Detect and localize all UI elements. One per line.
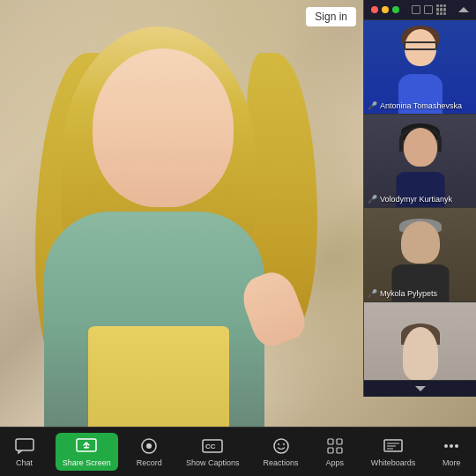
record-icon (140, 437, 158, 455)
svg-point-9 (283, 443, 285, 445)
svg-point-7 (274, 439, 288, 453)
apps-icon (326, 437, 344, 455)
face (93, 48, 234, 207)
reactions-icon-container (269, 436, 294, 456)
apps-icon-container (323, 436, 347, 456)
more-dot-1 (444, 444, 448, 448)
participant-tile-3: 🎤 Mykola Pylypets (364, 208, 476, 302)
tile-4-face (403, 327, 438, 380)
chat-icon-container (12, 436, 37, 456)
panel-window-controls (364, 0, 476, 20)
toolbar-item-more[interactable]: More (434, 433, 469, 471)
share-screen-icon (76, 438, 97, 454)
tile-2-face (404, 128, 437, 167)
tile-3-mute-icon: 🎤 (368, 289, 377, 298)
cc-icon-container: CC (200, 436, 225, 456)
tile-1-background (364, 20, 476, 114)
svg-rect-10 (328, 439, 333, 444)
more-dot-2 (450, 444, 453, 448)
svg-rect-13 (337, 448, 342, 453)
more-dot-3 (455, 444, 458, 448)
svg-rect-0 (16, 439, 33, 450)
svg-rect-11 (337, 439, 342, 444)
whiteboards-icon-container (381, 436, 405, 456)
participant-tile-1: 🎤 Antonina Tomashevska (364, 20, 476, 115)
tile-3-name-text: Mykola Pylypets (380, 289, 437, 298)
tile-3-background (364, 208, 476, 301)
view-toggle-icons (412, 4, 447, 15)
split-view-icon[interactable] (424, 5, 433, 14)
tile-3-name-bar: 🎤 Mykola Pylypets (368, 289, 473, 298)
more-icon (444, 444, 458, 448)
svg-text:CC: CC (205, 443, 216, 450)
maximize-dot[interactable] (392, 6, 399, 13)
svg-rect-12 (328, 448, 333, 453)
body-clothing-yellow (88, 326, 229, 432)
svg-rect-2 (84, 447, 89, 449)
window-dots (371, 6, 399, 13)
participant-tile-4 (364, 302, 476, 381)
chat-label: Chat (16, 458, 33, 467)
more-label: More (443, 458, 461, 467)
scroll-down-button[interactable] (415, 386, 426, 391)
toolbar-item-share-screen[interactable]: Share Screen (56, 433, 118, 471)
more-icon-container (439, 436, 464, 456)
tile-2-name-bar: 🎤 Volodymyr Kurtianyk (368, 195, 473, 204)
captions-label: Show Captions (186, 458, 240, 467)
grid-view-icon[interactable] (436, 4, 447, 15)
whiteboards-icon (383, 439, 403, 453)
tile-1-name-bar: 🎤 Antonina Tomashevska (368, 101, 473, 110)
scroll-down-container (364, 381, 476, 397)
tile-2-background (364, 115, 476, 208)
share-screen-icon-container (74, 436, 99, 456)
whiteboards-label: Whiteboards (371, 458, 416, 467)
toolbar: Chat Share Screen Record CC (0, 427, 476, 476)
tile-1-name-text: Antonina Tomashevska (380, 101, 462, 110)
tile-1-mute-icon: 🎤 (368, 101, 377, 110)
toolbar-item-apps[interactable]: Apps (317, 433, 353, 471)
tile-4-background (364, 302, 476, 380)
single-view-icon[interactable] (412, 5, 420, 14)
tile-2-mute-icon: 🎤 (368, 195, 377, 204)
record-icon-container (137, 436, 161, 456)
sign-in-button[interactable]: Sign in (306, 7, 356, 26)
tile-3-face (401, 221, 440, 264)
minimize-dot[interactable] (382, 6, 389, 13)
toolbar-item-captions[interactable]: CC Show Captions (181, 433, 245, 471)
cc-icon: CC (202, 439, 223, 453)
record-label: Record (137, 458, 162, 467)
chat-icon (15, 438, 34, 454)
close-dot[interactable] (371, 6, 378, 13)
apps-label: Apps (325, 458, 344, 467)
participant-tile-2: 🎤 Volodymyr Kurtianyk (364, 115, 476, 209)
main-speaker-figure (18, 0, 353, 432)
tile-1-glasses (404, 41, 437, 50)
share-screen-label: Share Screen (63, 458, 111, 467)
toolbar-item-reactions[interactable]: Reactions (258, 433, 304, 471)
toolbar-item-record[interactable]: Record (131, 433, 167, 471)
tile-2-name-text: Volodymyr Kurtianyk (380, 195, 452, 204)
reactions-icon (272, 437, 290, 455)
toolbar-item-whiteboards[interactable]: Whiteboards (366, 433, 421, 471)
reactions-label: Reactions (264, 458, 299, 467)
svg-point-4 (146, 443, 152, 449)
collapse-panel-button[interactable] (458, 7, 469, 12)
toolbar-item-chat[interactable]: Chat (7, 433, 42, 471)
participants-side-panel: 🎤 Antonina Tomashevska 🎤 Volodymyr Kurti… (363, 0, 476, 397)
svg-point-8 (278, 443, 279, 445)
